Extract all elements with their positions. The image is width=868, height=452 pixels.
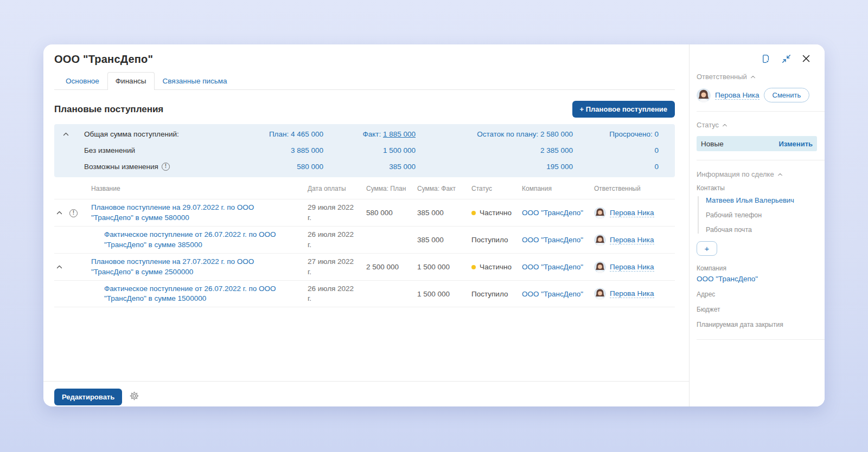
chevron-up-icon bbox=[750, 75, 756, 79]
close-icon bbox=[802, 54, 810, 63]
responsible-link[interactable]: Перова Ника bbox=[610, 236, 654, 244]
col-name: Название bbox=[91, 185, 308, 192]
tab-related-letters[interactable]: Связанные письма bbox=[155, 72, 235, 89]
company-label: Компания bbox=[697, 264, 817, 272]
col-sum-plan: Сумма: План bbox=[366, 185, 417, 192]
possible-changes-overdue: 0 bbox=[573, 163, 659, 171]
table-header: Название Дата оплаты Сумма: План Сумма: … bbox=[54, 177, 675, 199]
sum-fact: 1 500 000 bbox=[417, 263, 471, 271]
main-panel: ООО "ТрансДепо" Основное Финансы Связанн… bbox=[43, 44, 690, 406]
info-icon[interactable]: ! bbox=[69, 209, 78, 217]
avatar bbox=[594, 207, 606, 219]
status-dot-partial bbox=[471, 211, 476, 215]
status-badge: Поступило bbox=[471, 236, 508, 244]
gear-icon bbox=[130, 391, 139, 401]
status-value: Новые bbox=[701, 140, 724, 148]
avatar bbox=[594, 234, 606, 246]
col-sum-fact: Сумма: Факт bbox=[417, 185, 471, 192]
export-document-icon bbox=[761, 54, 771, 64]
summary-overdue: Просрочено: 0 bbox=[573, 130, 659, 138]
receipt-link[interactable]: Плановое поступление на 27.07.2022 г. по… bbox=[91, 257, 254, 275]
receipt-link[interactable]: Фактическое поступление от 26.07.2022 г.… bbox=[104, 285, 276, 302]
plan-label: План: bbox=[269, 130, 289, 138]
work-phone-label: Рабочий телефон bbox=[706, 211, 817, 219]
status-badge: Частично bbox=[480, 209, 512, 217]
change-responsible-button[interactable]: Сменить bbox=[764, 88, 810, 102]
collapse-window-button[interactable] bbox=[782, 54, 791, 63]
tab-main[interactable]: Основное bbox=[58, 72, 107, 89]
receipts-summary: Общая сумма поступлений: План: 4 465 000… bbox=[54, 124, 675, 177]
settings-button[interactable] bbox=[130, 389, 139, 402]
responsible-link[interactable]: Перова Ника bbox=[610, 289, 654, 298]
summary-plan: План: 4 465 000 bbox=[242, 130, 323, 138]
responsible-section-label: Ответственный bbox=[697, 73, 747, 81]
sum-plan: 580 000 bbox=[366, 209, 417, 217]
card-footer: Редактировать bbox=[43, 381, 689, 406]
fact-value-link[interactable]: 1 885 000 bbox=[383, 130, 416, 138]
status-row: Новые Изменить bbox=[697, 136, 817, 151]
table-row: Фактическое поступление от 26.07.2022 г.… bbox=[54, 280, 675, 307]
col-payment-date: Дата оплаты bbox=[308, 185, 366, 192]
change-status-link[interactable]: Изменить bbox=[778, 140, 813, 148]
receipt-link[interactable]: Плановое поступление на 29.07.2022 г. по… bbox=[91, 203, 254, 221]
company-link[interactable]: ООО "ТрансДепо" bbox=[697, 275, 817, 283]
rest-label: Остаток по плану: bbox=[477, 130, 538, 138]
fact-label: Факт: bbox=[362, 130, 381, 138]
add-contact-button[interactable]: + bbox=[697, 241, 717, 256]
status-badge: Поступило bbox=[471, 290, 508, 298]
col-responsible: Ответственный bbox=[594, 185, 675, 192]
company-link[interactable]: ООО "ТрансДепо" bbox=[522, 209, 583, 217]
contacts-label: Контакты bbox=[697, 184, 817, 192]
sum-fact: 385 000 bbox=[417, 209, 471, 217]
summary-fact: Факт: 1 885 000 bbox=[323, 130, 416, 138]
responsible-link[interactable]: Перова Ника bbox=[610, 209, 654, 217]
company-link[interactable]: ООО "ТрансДепо" bbox=[522, 290, 583, 298]
address-label: Адрес bbox=[697, 290, 817, 298]
divider bbox=[697, 160, 825, 160]
tab-finances[interactable]: Финансы bbox=[107, 72, 155, 90]
contact-name-link[interactable]: Матвеев Илья Валерьевич bbox=[706, 196, 817, 204]
work-email-label: Рабочая почта bbox=[706, 226, 817, 234]
collapse-summary-chevron-icon[interactable] bbox=[61, 129, 71, 139]
closing-date-label: Планируемая дата закрытия bbox=[697, 321, 817, 328]
export-document-button[interactable] bbox=[761, 54, 771, 64]
status-section-header[interactable]: Статус bbox=[697, 121, 727, 129]
summary-total-row: Общая сумма поступлений: План: 4 465 000… bbox=[54, 126, 675, 142]
company-link[interactable]: ООО "ТрансДепо" bbox=[522, 263, 583, 271]
overdue-value: 0 bbox=[654, 130, 659, 138]
company-link[interactable]: ООО "ТрансДепо" bbox=[522, 236, 583, 244]
info-icon[interactable]: ! bbox=[162, 163, 170, 171]
finances-content: Плановые поступления + Плановое поступле… bbox=[43, 90, 689, 381]
plan-value: 4 465 000 bbox=[291, 130, 323, 138]
edit-button[interactable]: Редактировать bbox=[54, 389, 122, 405]
overdue-label: Просрочено: bbox=[609, 130, 652, 138]
avatar bbox=[594, 261, 606, 273]
summary-no-changes-row: Без изменений 3 885 000 1 500 000 2 385 … bbox=[54, 142, 675, 158]
divider bbox=[697, 339, 825, 340]
sidebar: Ответственный Перова Ника Сменить Статус… bbox=[690, 44, 825, 406]
window-header: ООО "ТрансДепо" Основное Финансы Связанн… bbox=[43, 44, 689, 90]
payment-date: 29 июля 2022 г. bbox=[308, 203, 366, 222]
summary-rest: Остаток по плану: 2 580 000 bbox=[416, 130, 573, 138]
avatar bbox=[594, 288, 606, 300]
collapse-icon bbox=[782, 54, 791, 63]
no-changes-overdue: 0 bbox=[573, 146, 659, 154]
chevron-up-icon bbox=[777, 173, 783, 176]
responsible-name-link[interactable]: Перова Ника bbox=[715, 91, 760, 100]
close-window-button[interactable] bbox=[802, 54, 810, 63]
payment-date: 27 июля 2022 г. bbox=[308, 257, 366, 276]
add-planned-receipt-button[interactable]: + Плановое поступление bbox=[572, 101, 675, 118]
no-changes-rest: 2 385 000 bbox=[416, 146, 573, 154]
deal-info-section-header[interactable]: Информация по сделке bbox=[697, 170, 783, 178]
receipt-link[interactable]: Фактическое поступление от 26.07.2022 г.… bbox=[104, 230, 276, 248]
possible-changes-label: Возможны изменения bbox=[84, 163, 158, 171]
collapse-row-chevron-icon[interactable] bbox=[54, 262, 64, 272]
payment-date: 26 июля 2022 г. bbox=[308, 230, 366, 249]
table-row: Фактическое поступление от 26.07.2022 г.… bbox=[54, 226, 675, 253]
table-row: Плановое поступление на 27.07.2022 г. по… bbox=[54, 253, 675, 280]
responsible-section-header[interactable]: Ответственный bbox=[697, 73, 756, 81]
responsible-link[interactable]: Перова Ника bbox=[610, 263, 654, 272]
collapse-row-chevron-icon[interactable] bbox=[54, 208, 64, 218]
status-section-label: Статус bbox=[697, 121, 719, 129]
company-card-window: ООО "ТрансДепо" Основное Финансы Связанн… bbox=[43, 44, 825, 406]
